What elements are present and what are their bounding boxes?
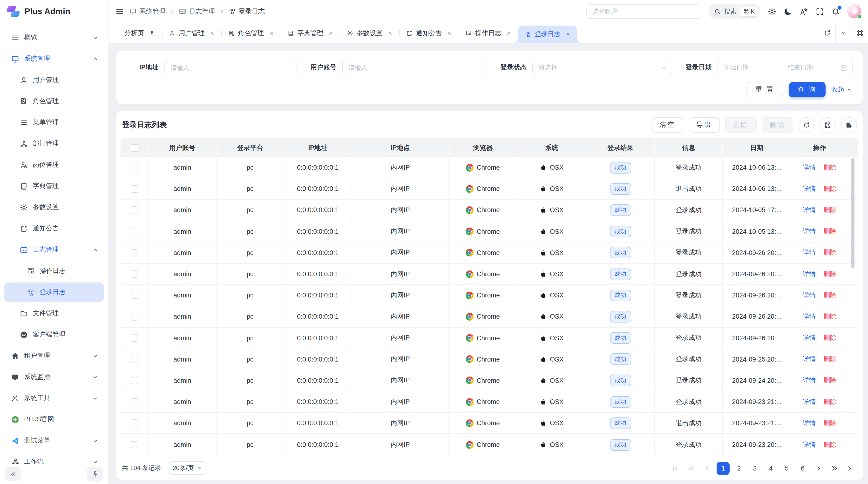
delete-link[interactable]: 删除	[824, 376, 836, 385]
sidebar-item-11[interactable]: DEV 日志管理	[4, 240, 104, 259]
page-number-button[interactable]: 4	[764, 461, 777, 475]
sidebar-item-13[interactable]: 登录日志	[4, 283, 104, 302]
tab-6[interactable]: 通知公告	[399, 23, 458, 43]
close-icon[interactable]	[447, 31, 452, 36]
column-settings-button[interactable]	[841, 117, 857, 133]
detail-link[interactable]: 详情	[803, 163, 816, 172]
sidebar-item-20[interactable]: 测试菜单	[4, 431, 104, 450]
login-date-range-picker[interactable]: 开始日期 → 结束日期	[717, 60, 852, 75]
delete-link[interactable]: 删除	[824, 419, 836, 428]
row-checkbox[interactable]	[131, 377, 138, 384]
pin-icon[interactable]	[149, 30, 155, 36]
global-search-button[interactable]: 搜索 ⌘ K	[708, 4, 761, 19]
sidebar-item-12[interactable]: 操作日志	[4, 261, 104, 281]
detail-link[interactable]: 详情	[803, 355, 816, 364]
tab-2[interactable]: 用户管理	[162, 23, 221, 43]
last-page-button[interactable]	[844, 461, 857, 475]
detail-link[interactable]: 详情	[803, 440, 816, 449]
detail-link[interactable]: 详情	[803, 291, 816, 300]
row-checkbox[interactable]	[131, 228, 138, 235]
delete-link[interactable]: 删除	[824, 333, 836, 342]
sidebar-item-1[interactable]: 概览	[4, 28, 104, 47]
back-5-pages-button[interactable]	[685, 461, 698, 475]
sidebar-item-21[interactable]: 工作流	[4, 452, 104, 464]
sidebar-item-4[interactable]: 角色管理	[4, 92, 104, 111]
pin-sidebar-button[interactable]	[87, 467, 103, 481]
tab-3[interactable]: 角色管理	[221, 23, 280, 43]
page-size-select[interactable]: 20条/页	[168, 461, 207, 475]
fullscreen-table-button[interactable]	[820, 117, 836, 133]
detail-link[interactable]: 详情	[803, 312, 816, 321]
prev-page-button[interactable]	[701, 461, 714, 475]
close-icon[interactable]	[328, 31, 333, 36]
detail-link[interactable]: 详情	[803, 185, 816, 193]
sidebar-item-5[interactable]: 菜单管理	[4, 113, 104, 132]
first-page-button[interactable]	[669, 461, 682, 475]
delete-link[interactable]: 删除	[824, 163, 836, 172]
ip-address-input[interactable]	[164, 60, 297, 75]
row-checkbox[interactable]	[131, 292, 138, 299]
detail-link[interactable]: 详情	[803, 419, 816, 428]
tab-4[interactable]: 字典管理	[280, 23, 340, 43]
close-icon[interactable]	[506, 31, 511, 36]
account-input[interactable]	[342, 60, 487, 75]
reset-button[interactable]: 重 置	[747, 82, 783, 97]
unlock-button[interactable]: 解锁	[762, 117, 793, 133]
delete-link[interactable]: 删除	[824, 355, 836, 364]
breadcrumb-item-log[interactable]: DEV 日志管理	[179, 7, 215, 16]
detail-link[interactable]: 详情	[803, 206, 816, 215]
sidebar-item-7[interactable]: 岗位管理	[4, 155, 104, 174]
tab-options-button[interactable]	[835, 23, 851, 43]
sidebar-item-3[interactable]: 用户管理	[4, 70, 104, 90]
query-button[interactable]: 查 询	[789, 82, 826, 97]
row-checkbox[interactable]	[131, 313, 138, 320]
row-checkbox[interactable]	[131, 398, 138, 406]
hamburger-menu-icon[interactable]	[115, 7, 124, 16]
delete-link[interactable]: 删除	[824, 227, 836, 236]
refresh-table-button[interactable]	[799, 117, 814, 133]
detail-link[interactable]: 详情	[803, 333, 816, 342]
user-avatar[interactable]	[847, 4, 861, 18]
refresh-tab-button[interactable]	[819, 23, 835, 43]
detail-link[interactable]: 详情	[803, 376, 816, 385]
sidebar-item-18[interactable]: 系统工具	[4, 389, 104, 408]
row-checkbox[interactable]	[131, 356, 138, 363]
delete-link[interactable]: 删除	[824, 206, 836, 215]
delete-link[interactable]: 删除	[824, 291, 836, 300]
delete-link[interactable]: 删除	[824, 440, 836, 449]
settings-gear-icon[interactable]	[768, 7, 776, 16]
notifications-bell-icon[interactable]	[831, 7, 840, 16]
row-checkbox[interactable]	[131, 164, 138, 171]
delete-link[interactable]: 删除	[824, 270, 836, 279]
sidebar-item-10[interactable]: 通知公告	[4, 219, 104, 238]
clear-button[interactable]: 清空	[652, 117, 683, 133]
close-icon[interactable]	[388, 31, 392, 36]
sidebar-item-8[interactable]: 字典管理	[4, 176, 104, 196]
export-button[interactable]: 导出	[689, 117, 720, 133]
detail-link[interactable]: 详情	[803, 227, 816, 236]
sidebar-item-14[interactable]: 文件管理	[4, 304, 104, 323]
close-icon[interactable]	[210, 31, 214, 36]
tab-8[interactable]: 登录日志	[518, 26, 577, 43]
delete-link[interactable]: 删除	[824, 249, 836, 257]
dark-mode-moon-icon[interactable]	[784, 7, 792, 16]
detail-link[interactable]: 详情	[803, 397, 816, 406]
row-checkbox[interactable]	[131, 185, 138, 193]
maximize-view-button[interactable]	[851, 23, 868, 43]
detail-link[interactable]: 详情	[803, 249, 816, 257]
row-checkbox[interactable]	[131, 419, 138, 427]
row-checkbox[interactable]	[131, 270, 138, 278]
tab-5[interactable]: 参数设置	[340, 23, 399, 43]
select-all-checkbox[interactable]	[131, 144, 138, 152]
sidebar-item-6[interactable]: 部门管理	[4, 134, 104, 153]
sidebar-item-15[interactable]: 客户端管理	[4, 325, 104, 344]
tab-1[interactable]: 分析页	[118, 23, 162, 43]
page-number-button[interactable]: 6	[796, 461, 809, 475]
row-checkbox[interactable]	[131, 334, 138, 342]
language-translate-icon[interactable]	[800, 7, 808, 16]
delete-button[interactable]: 删除	[725, 117, 756, 133]
login-status-select[interactable]: 请选择	[532, 60, 672, 75]
page-number-button[interactable]: 5	[780, 461, 793, 475]
delete-link[interactable]: 删除	[824, 312, 836, 321]
tab-7[interactable]: 操作日志	[458, 23, 518, 43]
